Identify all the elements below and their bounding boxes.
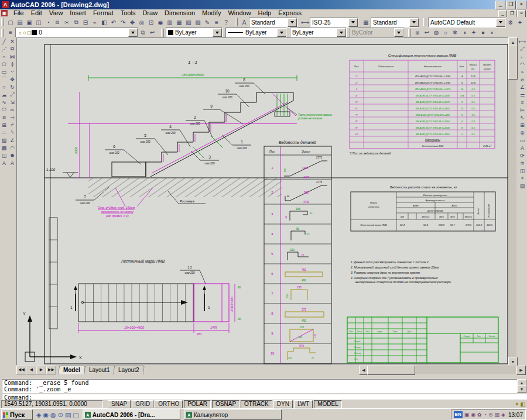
toolbar-grip[interactable] xyxy=(1,29,4,37)
tab-next-icon[interactable]: ▶ xyxy=(36,366,46,374)
menu-item[interactable]: Modify xyxy=(199,9,224,17)
toolbar-lock-icon[interactable]: ◧ xyxy=(520,401,525,407)
status-toggle-button[interactable]: POLAR xyxy=(184,400,211,408)
save-icon[interactable]: ▣ xyxy=(25,18,34,27)
status-toggle-button[interactable]: SNAP xyxy=(108,400,131,408)
dim-radius-icon[interactable]: ◠ xyxy=(519,60,526,68)
status-toggle-button[interactable]: OTRACK xyxy=(241,400,272,408)
dim-aligned-icon[interactable]: ⤢ xyxy=(519,45,526,53)
dim-jogged-icon[interactable]: ⌁ xyxy=(519,68,526,75)
ie-icon[interactable]: ◉ xyxy=(43,411,49,419)
layer-walk-icon[interactable]: ✦ xyxy=(469,28,478,37)
command-history[interactable]: Command: _erase 5 found Command: '_.zoom… xyxy=(2,379,520,393)
menu-item[interactable]: Draw xyxy=(139,9,161,17)
menu-item[interactable]: Tools xyxy=(117,9,139,17)
move-icon[interactable]: ✥ xyxy=(9,75,16,83)
block-editor-icon[interactable]: ◧ xyxy=(100,18,109,27)
tray-msn-icon[interactable]: ⊜ xyxy=(488,412,493,418)
stretch-icon[interactable]: ⇲ xyxy=(9,98,16,106)
explode-icon[interactable]: ✸ xyxy=(9,152,16,159)
toolbar-grip[interactable] xyxy=(408,29,411,37)
menu-item[interactable]: View xyxy=(46,9,67,17)
circle-icon[interactable]: ○ xyxy=(1,83,8,91)
clock[interactable]: 13:07 xyxy=(508,412,523,418)
table-style-icon[interactable]: ▦ xyxy=(361,18,371,27)
markup-icon[interactable]: ✎ xyxy=(203,18,212,27)
folder-icon[interactable]: ▢ xyxy=(73,411,78,419)
open-icon[interactable]: ▤ xyxy=(15,18,25,27)
menu-item[interactable]: Express xyxy=(275,9,305,17)
quickcalc-icon[interactable]: ≡ xyxy=(212,18,221,27)
help-icon[interactable]: ? xyxy=(221,18,231,27)
new-icon[interactable]: ▢ xyxy=(6,18,15,27)
layout-tab[interactable]: Layout1 xyxy=(84,366,115,374)
leader-icon[interactable]: ↖ xyxy=(519,113,526,121)
tray-display-icon[interactable]: ▨ xyxy=(495,412,500,418)
status-toggle-button[interactable]: OSNAP xyxy=(212,400,239,408)
vertical-scrollbar[interactable]: ▲ ▼ xyxy=(508,37,516,365)
undo-icon[interactable]: ↶ xyxy=(109,18,118,27)
text-icon[interactable]: A xyxy=(9,159,16,167)
plot-preview-icon[interactable]: ◔ xyxy=(43,18,53,27)
redo-icon[interactable]: ↷ xyxy=(118,18,128,27)
workspace-combo[interactable]: AutoCAD Default xyxy=(428,18,506,27)
layer-merge-icon[interactable]: ◐ xyxy=(488,28,497,37)
toolbar-grip[interactable] xyxy=(235,18,238,26)
polyline-icon[interactable]: ⌁ xyxy=(1,53,8,60)
command-scrollbar[interactable]: ▲ ▼ xyxy=(517,379,525,392)
explorer-icon[interactable]: ▤ xyxy=(65,411,71,419)
spline-icon[interactable]: ∿ xyxy=(1,98,8,106)
dim-style-combo[interactable]: ISO-25 xyxy=(310,18,358,27)
zoom-realtime-icon[interactable]: ◎ xyxy=(137,18,146,27)
menu-item[interactable]: Edit xyxy=(28,9,46,17)
tray-network-icon[interactable]: ✿ xyxy=(477,412,482,418)
layer-lock-tool-icon[interactable]: ◑ xyxy=(460,28,469,37)
layer-match-icon[interactable]: ● xyxy=(478,28,488,37)
scale-icon[interactable]: ⤢ xyxy=(9,91,16,98)
gradient-icon[interactable]: ▩ xyxy=(1,144,8,152)
taskbar-task-button[interactable]: AКалькулятор xyxy=(184,409,282,420)
layer-combo[interactable]: ☼○◻ 0 xyxy=(15,27,138,37)
paste-icon[interactable]: ⊟ xyxy=(81,18,90,27)
close-button[interactable]: × xyxy=(516,1,526,9)
menu-item[interactable]: Window xyxy=(224,9,254,17)
lineweight-combo[interactable]: ByLayer xyxy=(290,27,347,37)
table-style-combo[interactable]: Standard xyxy=(371,18,419,27)
dim-style-icon[interactable]: ≋ xyxy=(519,159,526,167)
break-icon[interactable]: ⍀ xyxy=(9,129,16,136)
layout-tab[interactable]: Layout2 xyxy=(113,366,145,374)
taskbar-task-button[interactable]: AAutoCAD 2006 - [Dra... xyxy=(83,409,180,420)
scroll-down-icon[interactable]: ▼ xyxy=(517,385,526,393)
color-combo[interactable]: ByLayer xyxy=(166,27,223,37)
dim-text-edit-icon[interactable]: A xyxy=(519,144,526,152)
chamfer-icon[interactable]: ∠ xyxy=(9,136,16,144)
status-toggle-button[interactable]: MODEL xyxy=(314,400,342,408)
autocad-app-icon[interactable]: A xyxy=(2,1,9,8)
make-object-layer-icon[interactable]: ⧈ xyxy=(413,28,422,37)
status-toggle-button[interactable]: GRID xyxy=(132,400,153,408)
offset-icon[interactable]: ≬ xyxy=(9,60,16,68)
dim-baseline-icon[interactable]: ≡ xyxy=(519,98,526,106)
menu-item[interactable]: Dimension xyxy=(161,9,199,17)
dim-update-icon[interactable]: ⟳ xyxy=(519,152,526,159)
sheet-set-manager-icon[interactable]: ▨ xyxy=(193,18,203,27)
erase-icon[interactable]: ✕ xyxy=(9,37,16,45)
linetype-combo[interactable]: ByLayer xyxy=(225,27,287,37)
dim-ordinate-icon[interactable]: ⌐ xyxy=(519,53,526,60)
dim-diameter-icon[interactable]: ⌀ xyxy=(519,75,526,83)
start-button[interactable]: Пуск xyxy=(1,409,33,420)
horizontal-scrollbar[interactable]: ◀ ▶ xyxy=(359,366,525,374)
cut-icon[interactable]: ✂ xyxy=(62,18,71,27)
toolbar-grip[interactable] xyxy=(1,18,4,26)
mtext-icon[interactable]: A xyxy=(1,159,8,167)
insert-block-icon[interactable]: ⧈ xyxy=(1,113,8,121)
layer-properties-manager-icon[interactable]: ≡ xyxy=(6,28,15,37)
show-desktop-icon[interactable]: ◈ xyxy=(36,411,41,419)
copy-icon[interactable]: ⧉ xyxy=(71,18,81,27)
make-block-icon[interactable]: ⊞ xyxy=(1,121,8,129)
status-toggle-button[interactable]: ORTHO xyxy=(155,400,183,408)
tray-antivirus-icon[interactable]: ▣ xyxy=(464,412,470,418)
text-style-icon[interactable]: A xyxy=(239,18,249,27)
point-icon[interactable]: ∴ xyxy=(1,129,8,136)
break-point-icon[interactable]: ⌿ xyxy=(9,121,16,129)
